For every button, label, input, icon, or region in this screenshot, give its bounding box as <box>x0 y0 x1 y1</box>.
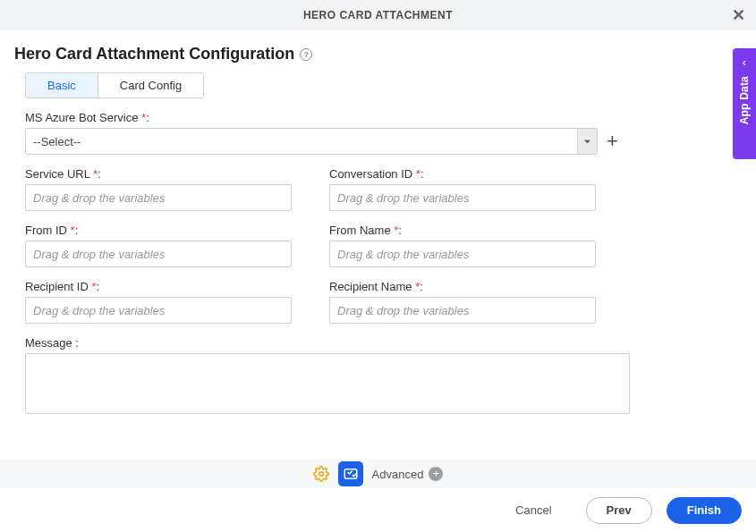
advanced-toggle[interactable]: Advanced + <box>372 467 444 481</box>
chevron-left-icon: ‹ <box>743 55 746 69</box>
titlebar-title: HERO CARD ATTACHMENT <box>303 9 453 21</box>
gear-icon[interactable] <box>313 466 329 482</box>
form: MS Azure Bot Service *: --Select-- + Ser… <box>0 98 756 418</box>
card-icon[interactable] <box>338 461 363 486</box>
recipient-id-label: Recipient ID *: <box>25 280 292 293</box>
service-url-label: Service URL *: <box>25 167 292 181</box>
conversation-id-label: Conversation ID *: <box>329 167 596 181</box>
bot-service-select[interactable]: --Select-- <box>25 128 598 155</box>
recipient-id-input[interactable] <box>25 297 292 324</box>
app-data-panel-toggle[interactable]: ‹ App Data <box>733 48 756 159</box>
add-service-icon[interactable]: + <box>607 131 618 151</box>
conversation-id-input[interactable] <box>329 184 596 211</box>
from-id-label: From ID *: <box>25 224 292 237</box>
prev-button[interactable]: Prev <box>586 497 652 524</box>
recipient-name-label: Recipient Name *: <box>329 280 596 293</box>
page-title: Hero Card Attachment Configuration ? <box>0 30 756 72</box>
service-url-input[interactable] <box>25 184 292 211</box>
from-name-label: From Name *: <box>329 224 596 237</box>
svg-point-0 <box>319 472 323 477</box>
svg-rect-1 <box>344 469 357 479</box>
recipient-name-input[interactable] <box>329 297 596 324</box>
finish-button[interactable]: Finish <box>667 497 742 524</box>
field-recipient-name: Recipient Name *: <box>329 280 596 324</box>
message-input[interactable] <box>25 353 630 414</box>
close-icon[interactable]: ✕ <box>732 7 746 23</box>
cancel-button[interactable]: Cancel <box>496 497 571 524</box>
field-conversation-id: Conversation ID *: <box>329 167 596 211</box>
from-id-input[interactable] <box>25 241 292 267</box>
plus-circle-icon: + <box>429 467 443 481</box>
page-title-text: Hero Card Attachment Configuration <box>14 45 294 63</box>
field-service-url: Service URL *: <box>25 167 292 211</box>
footer: Cancel Prev Finish <box>0 488 756 532</box>
titlebar: HERO CARD ATTACHMENT ✕ <box>0 0 756 30</box>
help-icon[interactable]: ? <box>300 48 312 61</box>
field-message: Message : <box>25 336 731 418</box>
tab-basic[interactable]: Basic <box>26 73 98 97</box>
from-name-input[interactable] <box>329 241 596 267</box>
advanced-label: Advanced <box>372 468 424 481</box>
tab-card-config[interactable]: Card Config <box>98 73 203 97</box>
chevron-down-icon[interactable] <box>577 129 597 154</box>
bot-service-value: --Select-- <box>26 129 577 154</box>
field-from-name: From Name *: <box>329 224 596 267</box>
field-from-id: From ID *: <box>25 224 292 267</box>
app-data-label: App Data <box>738 76 751 124</box>
midbar: Advanced + <box>0 460 756 488</box>
field-recipient-id: Recipient ID *: <box>25 280 292 324</box>
bot-service-label: MS Azure Bot Service *: <box>25 111 731 124</box>
message-label: Message : <box>25 336 731 350</box>
tabs: Basic Card Config <box>0 72 756 98</box>
